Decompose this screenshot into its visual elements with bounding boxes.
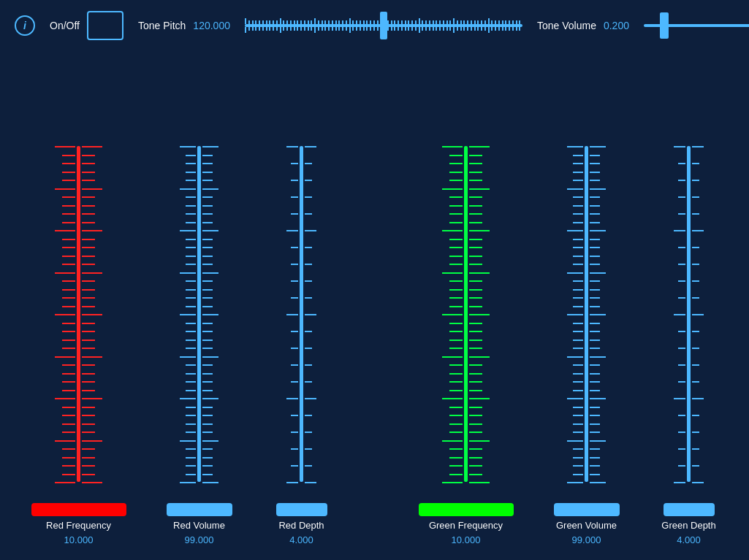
green-frequency-slider[interactable]: [419, 146, 514, 499]
svg-rect-323: [202, 297, 213, 299]
svg-rect-268: [82, 415, 95, 416]
svg-rect-33: [300, 20, 302, 24]
svg-rect-316: [180, 272, 196, 274]
green-depth-slider[interactable]: [660, 146, 718, 499]
svg-rect-314: [186, 264, 196, 265]
red-frequency-slider[interactable]: [31, 146, 126, 499]
svg-rect-579: [692, 146, 704, 147]
svg-rect-568: [590, 448, 600, 450]
svg-rect-361: [202, 457, 213, 459]
svg-rect-355: [202, 431, 213, 433]
svg-rect-599: [692, 314, 704, 315]
svg-rect-498: [590, 155, 600, 156]
green-depth-label: Green Depth: [661, 520, 715, 531]
svg-rect-413: [469, 146, 490, 147]
svg-rect-37: [308, 20, 309, 24]
svg-rect-226: [82, 239, 95, 240]
svg-rect-362: [186, 465, 196, 467]
svg-rect-283: [55, 482, 75, 483]
svg-rect-55: [338, 20, 340, 24]
svg-rect-451: [469, 306, 482, 307]
svg-rect-277: [62, 457, 75, 459]
svg-rect-464: [449, 364, 463, 366]
svg-rect-207: [62, 163, 75, 164]
svg-rect-143: [491, 20, 493, 24]
onoff-button[interactable]: [87, 11, 123, 40]
svg-rect-442: [442, 272, 463, 274]
svg-rect-45: [322, 20, 323, 24]
svg-rect-346: [180, 398, 196, 399]
svg-rect-470: [449, 390, 463, 391]
svg-rect-439: [469, 256, 482, 257]
svg-rect-465: [469, 364, 482, 366]
svg-rect-360: [186, 457, 196, 459]
red-volume-slider[interactable]: [159, 146, 240, 499]
svg-rect-326: [180, 314, 196, 315]
svg-rect-98: [411, 27, 413, 31]
svg-rect-590: [678, 247, 685, 248]
svg-rect-231: [62, 264, 75, 265]
svg-rect-401: [291, 415, 298, 416]
svg-rect-535: [567, 314, 583, 315]
svg-rect-379: [286, 230, 298, 231]
svg-rect-555: [567, 398, 583, 399]
svg-rect-73: [370, 20, 371, 24]
svg-rect-257: [62, 373, 75, 375]
svg-rect-338: [186, 364, 196, 366]
red-frequency-base[interactable]: [31, 503, 126, 516]
svg-rect-40: [311, 27, 312, 31]
svg-rect-258: [82, 373, 95, 375]
svg-rect-9: [259, 20, 260, 24]
svg-rect-460: [449, 348, 463, 349]
info-button[interactable]: i: [15, 15, 35, 36]
svg-rect-349: [202, 407, 213, 408]
red-frequency-col: Red Frequency 10.000: [31, 146, 126, 545]
svg-rect-23: [283, 20, 284, 24]
svg-rect-134: [474, 27, 476, 31]
svg-rect-436: [449, 247, 463, 248]
svg-rect-558: [590, 407, 600, 408]
red-depth-base[interactable]: [276, 503, 327, 516]
svg-rect-273: [55, 440, 75, 442]
svg-rect-138: [481, 27, 482, 31]
svg-rect-479: [469, 423, 482, 425]
svg-rect-342: [186, 381, 196, 383]
svg-rect-297: [202, 188, 218, 190]
svg-rect-103: [422, 20, 423, 24]
svg-rect-107: [429, 20, 430, 24]
svg-rect-320: [186, 289, 196, 291]
svg-rect-433: [469, 230, 490, 231]
svg-rect-340: [186, 373, 196, 375]
green-volume-slider[interactable]: [547, 146, 627, 499]
svg-rect-90: [398, 27, 399, 31]
svg-rect-455: [469, 323, 482, 324]
svg-rect-213: [55, 188, 75, 190]
tone-pitch-slider[interactable]: // We'll draw ticks via SVG directly bel…: [245, 11, 522, 40]
svg-rect-76: [373, 27, 375, 31]
green-frequency-base[interactable]: [419, 503, 514, 516]
svg-rect-522: [590, 256, 600, 257]
svg-rect-224: [82, 230, 102, 231]
svg-rect-87: [394, 20, 395, 24]
tone-volume-slider[interactable]: [644, 11, 749, 40]
svg-rect-601: [692, 331, 699, 332]
svg-rect-83: [387, 20, 389, 24]
svg-rect-219: [62, 213, 75, 215]
green-depth-base[interactable]: [664, 503, 715, 516]
svg-rect-531: [573, 297, 583, 299]
svg-rect-440: [449, 264, 463, 265]
svg-rect-563: [573, 431, 583, 433]
svg-rect-395: [291, 364, 298, 366]
svg-rect-113: [439, 20, 441, 24]
red-volume-base[interactable]: [167, 503, 232, 516]
red-depth-slider[interactable]: [273, 146, 331, 499]
svg-rect-65: [356, 20, 357, 24]
svg-rect-445: [469, 280, 482, 282]
red-frequency-label: Red Frequency: [46, 520, 111, 531]
svg-rect-89: [398, 20, 399, 24]
svg-rect-206: [82, 155, 95, 156]
svg-rect-122: [453, 27, 455, 33]
svg-rect-67: [360, 20, 361, 24]
green-volume-base[interactable]: [554, 503, 620, 516]
svg-rect-21: [280, 18, 281, 24]
